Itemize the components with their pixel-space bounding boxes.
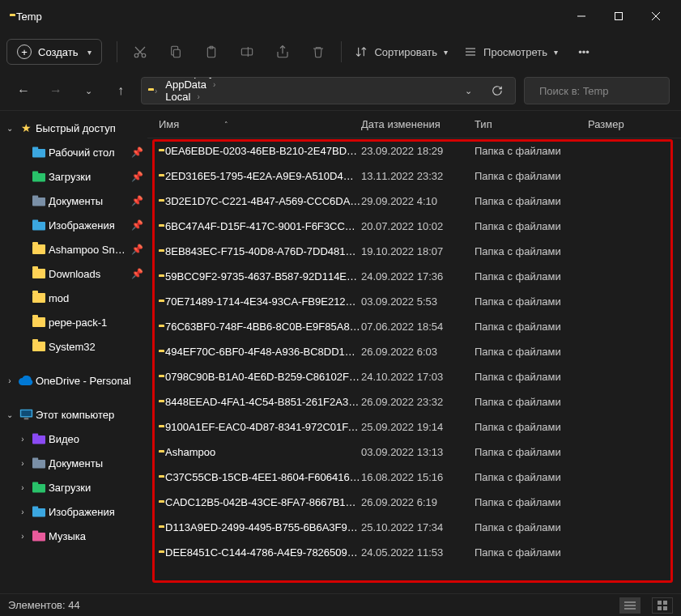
file-date: 16.08.2022 15:16 xyxy=(361,471,475,483)
more-button[interactable]: ••• xyxy=(566,37,602,66)
chevron-right-icon[interactable]: › xyxy=(3,376,16,385)
close-button[interactable] xyxy=(637,3,675,29)
column-date[interactable]: Дата изменения xyxy=(361,118,475,130)
file-row[interactable]: 3D2E1D7C-C221-4B47-A569-CCC6DA127...29.0… xyxy=(147,189,681,214)
back-button[interactable]: ← xyxy=(11,79,36,103)
sidebar-item[interactable]: ›Изображения xyxy=(0,499,147,524)
sidebar-item[interactable]: ›Рабочий стол📌 xyxy=(0,140,147,164)
address-bar[interactable]: › Виктор Бухтеев›AppData›Local›Temp› ⌄ xyxy=(141,77,516,104)
sidebar-item[interactable]: ›Загрузки xyxy=(0,475,147,499)
sidebar-item[interactable]: ›Downloads📌 xyxy=(0,261,147,286)
delete-button[interactable] xyxy=(300,37,336,66)
file-type: Папка с файлами xyxy=(475,396,588,408)
onedrive-icon xyxy=(19,373,33,388)
file-row[interactable]: 494EF70C-6BF0-4F48-A936-BC8DD167D2...26.… xyxy=(147,339,681,364)
file-name: CADC12B5-042B-43CE-8FA7-8667B1B1CE... xyxy=(165,496,361,508)
sidebar-item[interactable]: ›Документы xyxy=(0,451,147,475)
sidebar-item-label: Музыка xyxy=(49,530,143,542)
explorer-window: Temp + Создать ▾ Сортировать ▾ xyxy=(0,0,681,616)
search-input[interactable] xyxy=(538,84,677,98)
sidebar-item[interactable]: ›Изображения📌 xyxy=(0,213,147,237)
copy-button[interactable] xyxy=(158,37,194,66)
file-row[interactable]: 6BC47A4F-D15F-417C-9001-F6F3CCC442...20.… xyxy=(147,214,681,239)
chevron-right-icon[interactable]: › xyxy=(16,435,29,444)
file-row[interactable]: D113A9ED-2499-4495-B755-6B6A3F953EE025.1… xyxy=(147,515,681,540)
maximize-button[interactable] xyxy=(600,3,637,29)
sidebar-this-pc[interactable]: ⌄ Этот компьютер xyxy=(0,402,147,427)
column-headers[interactable]: Имя ˄ Дата изменения Тип Размер xyxy=(147,111,681,138)
chevron-down-icon[interactable]: ⌄ xyxy=(3,124,16,133)
sidebar-item[interactable]: ›Музыка xyxy=(0,524,147,548)
recent-locations-button[interactable]: ⌄ xyxy=(76,79,100,103)
column-name[interactable]: Имя ˄ xyxy=(159,118,361,130)
sidebar-item[interactable]: ›Документы📌 xyxy=(0,189,147,213)
sidebar-item[interactable]: ›Загрузки📌 xyxy=(0,164,147,189)
file-row[interactable]: DEE8451C-C144-4786-A4E9-7826509FBC0424.0… xyxy=(147,540,681,565)
file-name: 8EB843EC-F715-40D8-A76D-7DD4811F74... xyxy=(165,245,361,257)
file-type: Папка с файлами xyxy=(475,521,588,533)
file-row[interactable]: 0798C90B-B1A0-4E6D-B259-C86102F9459D24.1… xyxy=(147,364,681,389)
chevron-right-icon[interactable]: › xyxy=(16,483,29,492)
file-row[interactable]: C37C55CB-15CB-4EE1-8604-F606416D722B16.0… xyxy=(147,465,681,490)
file-row[interactable]: 76C63BF0-748F-4BB6-8C0B-E9F85A82E26907.0… xyxy=(147,314,681,339)
file-name: D113A9ED-2499-4495-B755-6B6A3F953EE0 xyxy=(165,521,361,533)
file-list[interactable]: 0EA6EBDE-0203-46EB-B210-2E47BD0E139C23.0… xyxy=(147,138,681,593)
sidebar-item[interactable]: ›Ashampoo Snap 11📌 xyxy=(0,237,147,261)
paste-button[interactable] xyxy=(194,37,229,66)
cut-button[interactable] xyxy=(122,37,158,66)
new-button[interactable]: + Создать ▾ xyxy=(6,39,102,65)
history-dropdown[interactable]: ⌄ xyxy=(455,78,481,104)
folder-icon xyxy=(32,242,46,257)
file-row[interactable]: Ashampoo03.09.2022 13:13Папка с файлами xyxy=(147,440,681,465)
sort-button[interactable]: Сортировать ▾ xyxy=(347,45,456,58)
minimize-button[interactable] xyxy=(563,3,600,29)
sidebar-item[interactable]: ›System32 xyxy=(0,334,147,359)
file-date: 19.10.2022 18:07 xyxy=(361,245,475,257)
file-row[interactable]: 8EB843EC-F715-40D8-A76D-7DD4811F74...19.… xyxy=(147,239,681,264)
breadcrumb-segment[interactable]: Local› xyxy=(164,91,253,103)
column-type[interactable]: Тип xyxy=(475,118,588,130)
folder-icon xyxy=(32,193,46,208)
details-view-button[interactable] xyxy=(619,597,641,614)
file-row[interactable]: 2ED316E5-1795-4E2A-A9E9-A510D4D959E513.1… xyxy=(147,164,681,189)
svg-rect-41 xyxy=(663,601,667,605)
file-row[interactable]: 0EA6EBDE-0203-46EB-B210-2E47BD0E139C23.0… xyxy=(147,138,681,164)
chevron-right-icon[interactable]: › xyxy=(16,508,29,516)
rename-button[interactable] xyxy=(229,37,265,66)
column-size[interactable]: Размер xyxy=(588,118,653,130)
view-button[interactable]: Просмотреть ▾ xyxy=(456,45,566,58)
file-type: Папка с файлами xyxy=(475,245,588,257)
file-row[interactable]: 8448EEAD-4FA1-4C54-B851-261F2A32281426.0… xyxy=(147,389,681,414)
search-box[interactable] xyxy=(524,77,670,104)
sidebar-quick-access[interactable]: ⌄ ★ Быстрый доступ xyxy=(0,116,147,140)
chevron-right-icon[interactable]: › xyxy=(16,459,29,468)
folder-icon xyxy=(32,315,46,329)
file-row[interactable]: CADC12B5-042B-43CE-8FA7-8667B1B1CE...26.… xyxy=(147,490,681,515)
folder-icon xyxy=(32,218,46,232)
refresh-button[interactable] xyxy=(484,78,510,104)
navigation-pane[interactable]: ⌄ ★ Быстрый доступ ›Рабочий стол📌›Загруз… xyxy=(0,111,147,593)
chevron-right-icon[interactable]: › xyxy=(16,532,29,541)
chevron-down-icon[interactable]: ⌄ xyxy=(3,410,16,419)
file-type: Папка с файлами xyxy=(475,220,588,232)
new-button-label: Создать xyxy=(38,46,78,58)
sidebar-item[interactable]: ›Видео xyxy=(0,427,147,451)
up-button[interactable]: ↑ xyxy=(109,79,133,103)
breadcrumb-segment[interactable]: AppData› xyxy=(164,79,253,91)
breadcrumb-segment[interactable]: Temp› xyxy=(164,103,253,104)
share-button[interactable] xyxy=(265,37,300,66)
svg-rect-23 xyxy=(32,220,38,223)
forward-button[interactable]: → xyxy=(44,79,68,103)
toolbar: + Создать ▾ Сортировать ▾ Просмотреть ▾ … xyxy=(0,32,681,71)
file-row[interactable]: 9100A1EF-EAC0-4D87-8341-972C01FAB44625.0… xyxy=(147,414,681,440)
thumbnails-view-button[interactable] xyxy=(652,597,673,614)
file-row[interactable]: 70E71489-1714-4E34-93CA-FB9E212A6E3403.0… xyxy=(147,289,681,314)
file-row[interactable]: 59BCC9F2-9735-4637-B587-92D114E763F724.0… xyxy=(147,264,681,289)
folder-icon xyxy=(32,431,46,446)
sidebar-item[interactable]: ›pepe-pack-1 xyxy=(0,310,147,334)
folder-icon xyxy=(32,291,46,305)
folder-icon xyxy=(32,529,46,543)
sidebar-onedrive[interactable]: › OneDrive - Personal xyxy=(0,368,147,393)
item-count: Элементов: 44 xyxy=(8,599,80,611)
sidebar-item[interactable]: ›mod xyxy=(0,286,147,310)
